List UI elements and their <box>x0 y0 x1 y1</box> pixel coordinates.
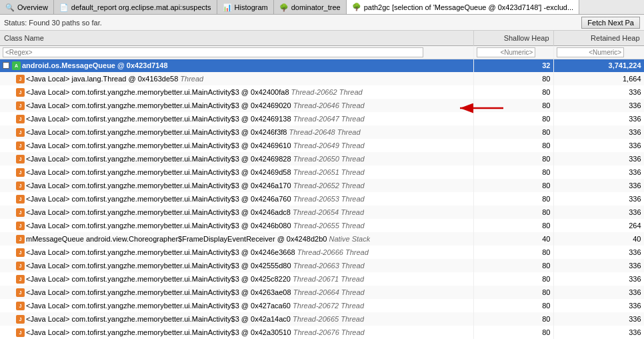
cell-retained-heap: 336 <box>553 286 644 299</box>
table-body: ▼Aandroid.os.MessageQueue @ 0x423d714832… <box>0 59 644 339</box>
row-type-icon: J <box>16 288 25 297</box>
cell-shallow-heap: 40 <box>473 232 553 246</box>
cell-shallow-heap: 80 <box>473 85 553 99</box>
cell-name-text: <Java Local> com.tofirst.yangzhe.memoryb… <box>26 155 365 163</box>
cell-name-text: android.os.MessageQueue @ 0x423d7148 <box>22 61 168 69</box>
cell-retained-heap: 3,741,224 <box>553 59 644 72</box>
cell-shallow-heap: 80 <box>473 206 553 219</box>
cell-retained-heap: 336 <box>553 179 644 192</box>
cell-class-name: J<Java Local> java.lang.Thread @ 0x4163d… <box>0 72 473 85</box>
col-header-retained-heap[interactable]: Retained Heap <box>553 31 644 45</box>
cell-name-text: <Java Local> com.tofirst.yangzhe.memoryb… <box>26 222 365 230</box>
cell-retained-heap: 1,664 <box>553 72 644 85</box>
cell-retained-heap: 336 <box>553 112 644 125</box>
row-type-icon: J <box>16 248 25 257</box>
table-row[interactable]: J<Java Local> com.tofirst.yangzhe.memory… <box>0 125 644 139</box>
cell-retained-heap: 336 <box>553 165 644 179</box>
cell-shallow-heap: 80 <box>473 246 553 259</box>
table-row[interactable]: J<Java Local> com.tofirst.yangzhe.memory… <box>0 299 644 312</box>
cell-name-text: <Java Local> com.tofirst.yangzhe.memoryb… <box>26 288 365 296</box>
cell-retained-heap: 336 <box>553 299 644 312</box>
col-header-shallow-heap[interactable]: Shallow Heap <box>473 31 553 45</box>
fetch-next-button[interactable]: Fetch Next Pa <box>581 17 640 29</box>
table-row[interactable]: J<Java Local> java.lang.Thread @ 0x4163d… <box>0 72 644 85</box>
cell-retained-heap: 336 <box>553 192 644 206</box>
table-header-row: Class Name Shallow Heap Retained Heap <box>0 31 644 45</box>
filter-retained-heap[interactable] <box>557 47 625 57</box>
cell-name-text: mMessageQueue android.view.Choreographer… <box>26 235 370 243</box>
row-type-icon: J <box>16 75 25 83</box>
tab-histogram[interactable]: 📊 Histogram <box>217 0 274 15</box>
cell-shallow-heap: 80 <box>473 299 553 312</box>
table-row[interactable]: J<Java Local> com.tofirst.yangzhe.memory… <box>0 152 644 165</box>
tab-overview[interactable]: 🔍 Overview <box>0 0 54 15</box>
table-row[interactable]: J<Java Local> com.tofirst.yangzhe.memory… <box>0 286 644 299</box>
cell-class-name: ▼Aandroid.os.MessageQueue @ 0x423d7148 <box>0 59 473 72</box>
cell-name-text: <Java Local> com.tofirst.yangzhe.memoryb… <box>26 275 364 283</box>
cell-name-text: <Java Local> com.tofirst.yangzhe.memoryb… <box>26 195 365 203</box>
cell-name-text: <Java Local> com.tofirst.yangzhe.memoryb… <box>26 328 365 336</box>
tab-path2gc[interactable]: 🌳 path2gc [selection of 'MessageQueue @ … <box>347 0 579 15</box>
table-row[interactable]: J<Java Local> com.tofirst.yangzhe.memory… <box>0 179 644 192</box>
cell-class-name: J<Java Local> com.tofirst.yangzhe.memory… <box>0 112 473 125</box>
tab-bar: 🔍 Overview 📄 default_report org.eclipse.… <box>0 0 644 15</box>
cell-shallow-heap: 80 <box>473 72 553 85</box>
filter-shallow-heap[interactable] <box>477 47 536 57</box>
table-row[interactable]: J<Java Local> com.tofirst.yangzhe.memory… <box>0 192 644 206</box>
cell-shallow-heap: 80 <box>473 259 553 272</box>
cell-class-name: J<Java Local> com.tofirst.yangzhe.memory… <box>0 259 473 272</box>
cell-class-name: J<Java Local> com.tofirst.yangzhe.memory… <box>0 312 473 326</box>
row-type-icon: J <box>16 141 25 150</box>
filter-row <box>0 45 644 59</box>
overview-icon: 🔍 <box>5 3 15 12</box>
table-row[interactable]: J<Java Local> com.tofirst.yangzhe.memory… <box>0 326 644 339</box>
cell-shallow-heap: 80 <box>473 125 553 139</box>
cell-shallow-heap: 32 <box>473 59 553 72</box>
status-text: Status: Found 30 paths so far. <box>4 19 102 27</box>
table-row[interactable]: ▼Aandroid.os.MessageQueue @ 0x423d714832… <box>0 59 644 72</box>
row-type-icon: J <box>16 128 25 137</box>
cell-name-text: <Java Local> com.tofirst.yangzhe.memoryb… <box>26 182 365 190</box>
table-row[interactable]: J<Java Local> com.tofirst.yangzhe.memory… <box>0 272 644 286</box>
row-type-icon: J <box>16 182 25 190</box>
main-table-container[interactable]: Class Name Shallow Heap Retained Heap <box>0 31 644 343</box>
row-type-icon: J <box>16 195 25 204</box>
table-row[interactable]: J<Java Local> com.tofirst.yangzhe.memory… <box>0 246 644 259</box>
row-type-icon: J <box>16 328 25 337</box>
tree-expand-icon[interactable]: ▼ <box>3 62 9 69</box>
cell-class-name: J<Java Local> com.tofirst.yangzhe.memory… <box>0 219 473 232</box>
table-row[interactable]: J<Java Local> com.tofirst.yangzhe.memory… <box>0 139 644 152</box>
cell-retained-heap: 336 <box>553 206 644 219</box>
tab-dominator-tree[interactable]: 🌳 dominator_tree <box>274 0 347 15</box>
table-row[interactable]: J<Java Local> com.tofirst.yangzhe.memory… <box>0 112 644 125</box>
cell-class-name: J<Java Local> com.tofirst.yangzhe.memory… <box>0 99 473 112</box>
cell-class-name: J<Java Local> com.tofirst.yangzhe.memory… <box>0 246 473 259</box>
row-type-icon: J <box>16 88 25 97</box>
col-header-class-name[interactable]: Class Name <box>0 31 473 45</box>
table-row[interactable]: J<Java Local> com.tofirst.yangzhe.memory… <box>0 259 644 272</box>
filter-class-name[interactable] <box>3 47 423 57</box>
cell-shallow-heap: 80 <box>473 152 553 165</box>
row-type-icon: A <box>12 61 21 70</box>
table-row[interactable]: J<Java Local> com.tofirst.yangzhe.memory… <box>0 206 644 219</box>
histogram-icon: 📊 <box>223 3 232 12</box>
cell-class-name: J<Java Local> com.tofirst.yangzhe.memory… <box>0 286 473 299</box>
table-row[interactable]: JmMessageQueue android.view.Choreographe… <box>0 232 644 246</box>
table-row[interactable]: J<Java Local> com.tofirst.yangzhe.memory… <box>0 165 644 179</box>
cell-shallow-heap: 80 <box>473 272 553 286</box>
cell-name-text: <Java Local> com.tofirst.yangzhe.memoryb… <box>26 115 365 123</box>
table-row[interactable]: J<Java Local> com.tofirst.yangzhe.memory… <box>0 219 644 232</box>
cell-name-text: <Java Local> com.tofirst.yangzhe.memoryb… <box>26 88 363 96</box>
cell-class-name: J<Java Local> com.tofirst.yangzhe.memory… <box>0 152 473 165</box>
table-row[interactable]: J<Java Local> com.tofirst.yangzhe.memory… <box>0 85 644 99</box>
tab-default-report[interactable]: 📄 default_report org.eclipse.mat.api:sus… <box>54 0 217 15</box>
cell-name-text: <Java Local> java.lang.Thread @ 0x4163de… <box>26 75 203 83</box>
cell-shallow-heap: 80 <box>473 326 553 339</box>
row-type-icon: J <box>16 155 25 163</box>
table-row[interactable]: J<Java Local> com.tofirst.yangzhe.memory… <box>0 312 644 326</box>
row-type-icon: J <box>16 262 25 270</box>
cell-name-text: <Java Local> com.tofirst.yangzhe.memoryb… <box>26 141 365 149</box>
table-row[interactable]: J<Java Local> com.tofirst.yangzhe.memory… <box>0 99 644 112</box>
cell-name-text: <Java Local> com.tofirst.yangzhe.memoryb… <box>26 208 364 216</box>
cell-class-name: J<Java Local> com.tofirst.yangzhe.memory… <box>0 192 473 206</box>
